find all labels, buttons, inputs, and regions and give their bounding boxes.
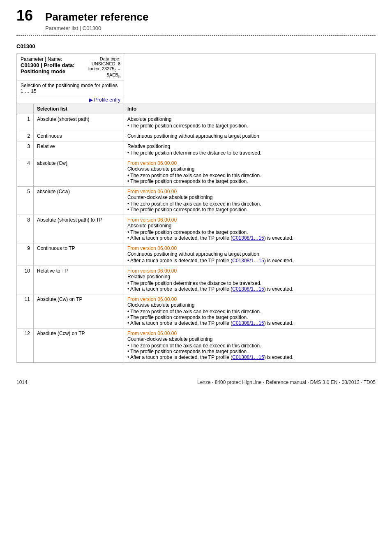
param-name-block: Parameter | Name: C01300 | Profile data:… — [21, 56, 87, 74]
footer-text: Lenze · 8400 protec HighLine · Reference… — [197, 379, 376, 385]
row-info: Relative positioningThe profile position… — [124, 141, 375, 158]
selection-text-row: Selection of the positioning mode for pr… — [17, 81, 375, 96]
bullet-list: The zero position of the axis can be exc… — [127, 343, 371, 360]
bullet-item: After a touch probe is detected, the TP … — [127, 258, 371, 264]
row-number: 4 — [17, 158, 34, 187]
bullet-list: The zero position of the axis can be exc… — [127, 309, 371, 326]
inline-link[interactable]: C01308/1…15 — [232, 354, 264, 360]
row-number: 12 — [17, 328, 34, 363]
bullet-item: The profile position corresponds to the … — [127, 229, 371, 235]
chapter-number: 16 — [16, 8, 33, 23]
from-version: From version 06.00.00 — [127, 268, 371, 274]
table-row: 12Absolute (Ccw) on TPFrom version 06.00… — [17, 328, 375, 363]
col-header-selection: Selection list — [34, 104, 124, 114]
row-info: From version 06.00.00Clockwise absolute … — [124, 294, 375, 328]
bullet-item: The profile position corresponds to the … — [127, 178, 371, 184]
bullet-item: After a touch probe is detected, the TP … — [127, 354, 371, 360]
info-title: Clockwise absolute positioning — [127, 302, 371, 308]
row-name: Absolute (shortest path) — [34, 114, 124, 131]
row-number: 1 — [17, 114, 34, 131]
divider — [16, 35, 376, 36]
row-name: Continuous — [34, 131, 124, 141]
bullet-list: The profile position determines the dist… — [127, 280, 371, 292]
inline-link[interactable]: C01308/1…15 — [232, 235, 264, 241]
data-type-label: Data type: UNSIGNED_8 — [87, 56, 120, 66]
param-header-row: Parameter | Name: C01300 | Profile data:… — [17, 54, 375, 81]
row-info: Absolute positioningThe profile position… — [124, 114, 375, 131]
from-version: From version 06.00.00 — [127, 245, 371, 251]
row-info: From version 06.00.00Absolute positionin… — [124, 215, 375, 243]
row-name: Relative — [34, 141, 124, 158]
section-label: C01300 — [16, 43, 376, 49]
row-number: 3 — [17, 141, 34, 158]
bullet-list: After a touch probe is detected, the TP … — [127, 258, 371, 264]
bullet-item: The profile position determines the dist… — [127, 150, 371, 156]
table-row: 2ContinuousContinuous positioning withou… — [17, 131, 375, 141]
data-type-block: Data type: UNSIGNED_8 Index: 23275d = 5A… — [87, 56, 120, 79]
page-footer: 1014 Lenze · 8400 protec HighLine · Refe… — [16, 379, 376, 385]
bullet-item: The zero position of the axis can be exc… — [127, 201, 371, 207]
bullet-item: The profile position corresponds to the … — [127, 349, 371, 354]
inline-link[interactable]: C01308/1…15 — [232, 320, 264, 326]
table-row: 10Relative to TPFrom version 06.00.00Rel… — [17, 266, 375, 294]
col-header-num — [17, 104, 34, 114]
from-version: From version 06.00.00 — [127, 160, 371, 166]
bullet-item: The profile position corresponds to the … — [127, 207, 371, 213]
row-info: From version 06.00.00Counter-clockwise a… — [124, 328, 375, 363]
bullet-list: The profile position corresponds to the … — [127, 123, 371, 129]
info-title: Relative positioning — [127, 274, 371, 280]
table-body: 1Absolute (shortest path)Absolute positi… — [17, 114, 375, 363]
inline-link[interactable]: C01308/1…15 — [232, 258, 264, 264]
row-name: Absolute (Cw) on TP — [34, 294, 124, 328]
index-label: Index: 23275d = 5AEBh — [87, 66, 120, 79]
row-number: 2 — [17, 131, 34, 141]
info-title: Counter-clockwise absolute positioning — [127, 336, 371, 342]
bullet-item: The profile position corresponds to the … — [127, 314, 371, 320]
table-row: 5absolute (Ccw)From version 06.00.00Coun… — [17, 187, 375, 215]
info-title: Relative positioning — [127, 143, 371, 149]
info-title: Absolute positioning — [127, 223, 371, 229]
bullet-item: After a touch probe is detected, the TP … — [127, 320, 371, 326]
from-version: From version 06.00.00 — [127, 217, 371, 223]
bullet-list: The zero position of the axis can be exc… — [127, 201, 371, 213]
table-row: 11Absolute (Cw) on TPFrom version 06.00.… — [17, 294, 375, 328]
row-name: Relative to TP — [34, 266, 124, 294]
row-number: 11 — [17, 294, 34, 328]
bullet-item: The zero position of the axis can be exc… — [127, 309, 371, 314]
row-info: From version 06.00.00Continuous position… — [124, 243, 375, 266]
profile-entry-row: Profile entry — [17, 96, 375, 104]
bullet-item: The profile position corresponds to the … — [127, 123, 371, 129]
row-name: Continuous to TP — [34, 243, 124, 266]
row-name: Absolute (Ccw) on TP — [34, 328, 124, 363]
row-info: From version 06.00.00Counter-clockwise a… — [124, 187, 375, 215]
bullet-item: The profile position determines the dist… — [127, 280, 371, 286]
param-name: C01300 | Profile data: Positioning mode — [21, 62, 87, 74]
row-info: Continuous positioning without approachi… — [124, 131, 375, 141]
bullet-list: The zero position of the axis can be exc… — [127, 173, 371, 184]
info-title: Continuous positioning without approachi… — [127, 133, 371, 139]
row-name: absolute (Cw) — [34, 158, 124, 187]
table-row: 9Continuous to TPFrom version 06.00.00Co… — [17, 243, 375, 266]
inline-link[interactable]: C01308/1…15 — [232, 286, 264, 292]
profile-entry-link[interactable]: Profile entry — [89, 97, 120, 103]
bullet-item: After a touch probe is detected, the TP … — [127, 286, 371, 292]
sub-heading: Parameter list | C01300 — [45, 25, 376, 31]
from-version: From version 06.00.00 — [127, 331, 371, 336]
info-title: Continuous positioning without approachi… — [127, 251, 371, 257]
page-number: 1014 — [16, 379, 28, 385]
table-row: 4absolute (Cw)From version 06.00.00Clock… — [17, 158, 375, 187]
param-label: Parameter | Name: — [21, 56, 87, 62]
bullet-item: The zero position of the axis can be exc… — [127, 343, 371, 349]
row-number: 10 — [17, 266, 34, 294]
bullet-list: The profile position determines the dist… — [127, 150, 371, 156]
row-info: From version 06.00.00Clockwise absolute … — [124, 158, 375, 187]
row-info: From version 06.00.00Relative positionin… — [124, 266, 375, 294]
selection-text: Selection of the positioning mode for pr… — [17, 81, 124, 96]
column-headers-row: Selection list Info — [17, 104, 375, 114]
row-number: 8 — [17, 215, 34, 243]
bullet-item: After a touch probe is detected, the TP … — [127, 235, 371, 241]
chapter-title: Parameter reference — [45, 11, 149, 23]
row-name: Absolute (shortest path) to TP — [34, 215, 124, 243]
info-title: Clockwise absolute positioning — [127, 166, 371, 172]
col-header-info: Info — [124, 104, 375, 114]
